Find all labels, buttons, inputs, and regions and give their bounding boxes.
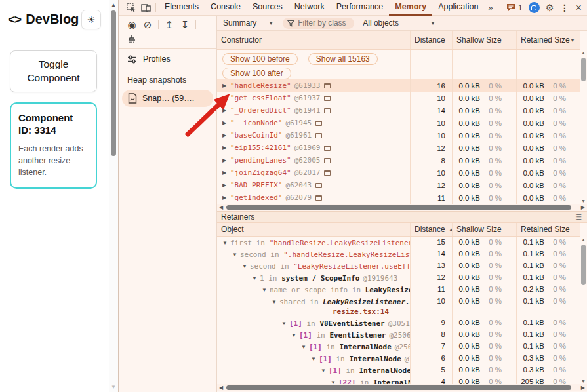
scrollbar-thumb[interactable] — [581, 58, 586, 81]
show-100-before-button[interactable]: Show 100 before — [222, 53, 298, 65]
expand-arrow-icon[interactable]: ▶ — [222, 95, 230, 101]
save-profile-icon[interactable]: ↧ — [177, 18, 193, 31]
retainer-row[interactable]: ▼1 in system / ScopeInfo@1919643120.0 kB… — [217, 272, 580, 284]
collapse-arrow-icon[interactable]: ▼ — [291, 332, 299, 338]
constructor-row[interactable]: ▶"_OrderedDict"@61941140.0 kB0 %0.0 kB0 … — [217, 104, 580, 117]
issues-button[interactable]: 1 — [506, 3, 523, 12]
constructor-row[interactable]: ▶"joinZigzag64"@62017100.0 kB0 %0.0 kB0 … — [217, 167, 580, 179]
expand-arrow-icon[interactable]: ▶ — [222, 83, 230, 88]
theme-toggle-button[interactable]: ☀ — [81, 10, 101, 29]
retainers-horizontal-scrollbar[interactable]: ◀ ▶ — [217, 384, 587, 391]
collapse-arrow-icon[interactable]: ▼ — [311, 356, 319, 362]
ai-assistant-icon[interactable] — [529, 2, 540, 13]
page-scrollbar[interactable]: ▲ ▼ — [109, 0, 118, 392]
constructor-row[interactable]: ▶"pendingLanes"@6200580.0 kB0 %0.0 kB0 % — [217, 154, 580, 167]
show-all-button[interactable]: Show all 15163 — [308, 53, 378, 65]
brush-clear-icon[interactable] — [124, 33, 140, 46]
toggle-component-button[interactable]: Toggle Component — [10, 50, 97, 92]
expand-arrow-icon[interactable]: ▶ — [222, 182, 230, 188]
tab-sources[interactable]: Sources — [247, 0, 289, 16]
perspective-dropdown[interactable]: Summary ▼ — [223, 18, 273, 28]
scroll-up-icon[interactable]: ▲ — [580, 50, 587, 55]
retainers-section-header[interactable]: Retainers ☰ — [217, 211, 587, 223]
collapse-arrow-icon[interactable]: ▼ — [272, 299, 279, 305]
collapse-arrow-icon[interactable]: ▼ — [262, 287, 270, 293]
more-tabs-icon[interactable]: » — [484, 3, 496, 12]
column-object[interactable]: Object — [217, 223, 410, 236]
constructor-row[interactable]: ▶"handleResize"@61933160.0 kB0 %0.0 kB0 … — [217, 79, 580, 92]
retainer-row[interactable]: ▼second in "LeakyResizeListener.useEffec… — [217, 260, 580, 272]
column-distance[interactable]: Distance — [410, 31, 452, 49]
expand-arrow-icon[interactable]: ▶ — [222, 132, 230, 138]
expand-arrow-icon[interactable]: ▶ — [222, 157, 230, 163]
constructor-row[interactable]: ▶"__iconNode"@61945100.0 kB0 %0.0 kB0 % — [217, 117, 580, 129]
collapse-arrow-icon[interactable]: ▼ — [222, 240, 230, 246]
constructor-vertical-scrollbar[interactable]: ▲ ▼ — [580, 50, 587, 204]
constructor-horizontal-scrollbar[interactable]: ◀ ▶ — [217, 204, 587, 211]
inspect-element-icon[interactable] — [124, 1, 138, 14]
retainer-row[interactable]: ▼name_or_scope_info in LeakyResizeListen… — [217, 284, 580, 296]
scrollbar-thumb[interactable] — [226, 385, 571, 390]
record-heap-icon[interactable]: ◉ — [124, 18, 140, 31]
filter-by-class-input[interactable] — [298, 18, 348, 28]
collapse-arrow-icon[interactable]: ▼ — [281, 321, 289, 326]
tab-console[interactable]: Console — [205, 0, 247, 16]
scrollbar-thumb[interactable] — [226, 205, 571, 210]
scroll-up-icon[interactable]: ▲ — [580, 237, 587, 242]
constructor-row[interactable]: ▶"eip155:42161"@61969120.0 kB0 %0.0 kB0 … — [217, 142, 580, 154]
retainer-row[interactable]: ▼[1] in V8EventListener@3051490.0 kB0 %0… — [217, 317, 580, 329]
column-retained-size[interactable]: Retained Size — [516, 223, 580, 236]
scroll-down-icon[interactable]: ▼ — [580, 199, 587, 203]
retainer-row[interactable]: ▼[1] in InternalNode@135350.0 kB0 %0.3 k… — [217, 364, 580, 376]
expand-arrow-icon[interactable]: ▶ — [222, 170, 230, 176]
settings-gear-icon[interactable]: ⚙ — [546, 2, 554, 14]
collapse-arrow-icon[interactable]: ▼ — [321, 368, 329, 374]
objects-filter-dropdown[interactable]: All objects — [363, 18, 399, 28]
tab-application[interactable]: Application — [432, 0, 484, 16]
device-toolbar-icon[interactable] — [138, 1, 153, 14]
retainer-row[interactable]: ▼shared in LeakyResizeListener.useEffect… — [217, 296, 580, 317]
column-retained-size[interactable]: Retained Size ▼ — [516, 31, 580, 49]
retainer-row[interactable]: ▼first in "handleResize.LeakyResizeListe… — [217, 237, 580, 248]
tab-elements[interactable]: Elements — [159, 0, 205, 16]
expand-arrow-icon[interactable]: ▶ — [222, 195, 230, 201]
scroll-right-icon[interactable]: ▶ — [581, 204, 585, 211]
menu-dots-icon[interactable]: ⋮ — [560, 3, 569, 13]
scroll-up-icon[interactable]: ▲ — [109, 2, 118, 8]
constructor-row[interactable]: ▶"BAD_PREFIX"@62043120.0 kB0 %0.0 kB0 % — [217, 179, 580, 191]
scroll-right-icon[interactable]: ▶ — [581, 384, 585, 391]
tab-memory[interactable]: Memory — [389, 0, 432, 16]
scroll-left-icon[interactable]: ◀ — [219, 384, 223, 391]
clear-profiles-icon[interactable]: ⊘ — [140, 18, 155, 31]
source-location-link[interactable]: resize.tsx:14 — [222, 307, 410, 317]
scrollbar-thumb[interactable] — [581, 245, 586, 285]
retainer-row[interactable]: ▼[22] in InternalNode@40.0 kB0 %205 kB0 … — [217, 376, 580, 384]
constructor-row[interactable]: ▶"getIndexed"@62079110.0 kB0 %0.0 kB0 % — [217, 191, 580, 204]
tab-network[interactable]: Network — [289, 0, 331, 16]
retainer-row[interactable]: ▼[1] in EventListener@2506480.0 kB0 %0.1… — [217, 329, 580, 341]
collapse-arrow-icon[interactable]: ▼ — [331, 380, 338, 385]
tab-performance[interactable]: Performance — [331, 0, 390, 16]
sidebar-item-profiles[interactable]: Profiles — [119, 49, 216, 68]
scroll-down-icon[interactable]: ▼ — [580, 379, 587, 383]
scroll-down-icon[interactable]: ▼ — [109, 384, 118, 390]
retainer-row[interactable]: ▼[1] in InternalNode@1353660.0 kB0 %0.3 … — [217, 353, 580, 364]
constructor-row[interactable]: ▶"baseCoinId"@61961100.0 kB0 %0.0 kB0 % — [217, 129, 580, 142]
column-constructor[interactable]: Constructor — [217, 31, 410, 49]
sidebar-item-snapshot[interactable]: Snap… (59…. — [122, 90, 213, 107]
constructor-row[interactable]: ▶"get cssFloat"@61937100.0 kB0 %0.0 kB0 … — [217, 92, 580, 104]
column-shallow-size[interactable]: Shallow Size — [452, 31, 516, 49]
expand-arrow-icon[interactable]: ▶ — [222, 145, 230, 151]
scroll-left-icon[interactable]: ◀ — [219, 204, 223, 211]
retainer-row[interactable]: ▼[1] in InternalNode@2506270.0 kB0 %0.1 … — [217, 341, 580, 353]
retainers-menu-icon[interactable]: ☰ — [575, 213, 582, 222]
expand-arrow-icon[interactable]: ▶ — [222, 108, 230, 113]
retainers-vertical-scrollbar[interactable]: ▲ ▼ — [580, 237, 587, 384]
chevron-down-icon[interactable]: ▼ — [430, 20, 435, 26]
collapse-arrow-icon[interactable]: ▼ — [232, 252, 240, 258]
load-profile-icon[interactable]: ↥ — [161, 18, 177, 31]
collapse-arrow-icon[interactable]: ▼ — [252, 275, 260, 281]
close-devtools-icon[interactable]: × — [575, 2, 582, 13]
collapse-arrow-icon[interactable]: ▼ — [242, 264, 250, 269]
collapse-arrow-icon[interactable]: ▼ — [301, 344, 309, 350]
